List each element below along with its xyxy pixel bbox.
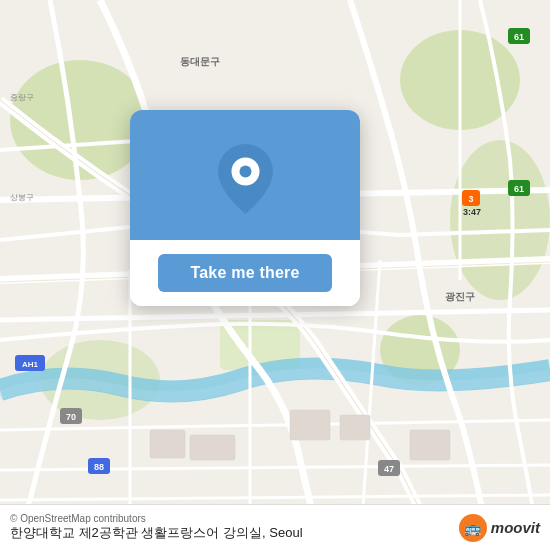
svg-text:AH1: AH1 <box>22 360 39 369</box>
svg-text:61: 61 <box>514 184 524 194</box>
popup-bottom: Take me there <box>130 240 360 306</box>
moovit-brand-text: moovit <box>491 519 540 536</box>
svg-text:3:47: 3:47 <box>463 207 481 217</box>
popup-top <box>130 110 360 240</box>
svg-text:88: 88 <box>94 462 104 472</box>
svg-text:61: 61 <box>514 32 524 42</box>
svg-text:동대문구: 동대문구 <box>180 56 220 67</box>
popup-card: Take me there <box>130 110 360 306</box>
svg-rect-42 <box>150 430 185 458</box>
svg-text:70: 70 <box>66 412 76 422</box>
bottom-bar: © OpenStreetMap contributors 한양대학교 제2공학관… <box>0 504 550 550</box>
svg-rect-44 <box>410 430 450 460</box>
moovit-bus-icon: 🚌 <box>459 514 487 542</box>
bottom-left: © OpenStreetMap contributors 한양대학교 제2공학관… <box>10 513 303 542</box>
svg-rect-43 <box>190 435 235 460</box>
svg-text:47: 47 <box>384 464 394 474</box>
moovit-logo: 🚌 moovit <box>459 514 540 542</box>
map-container: AH1 61 61 3 47 88 70 3:47 동대문구 광진구 성동구 <box>0 0 550 550</box>
svg-point-48 <box>239 166 251 178</box>
svg-rect-41 <box>340 415 370 440</box>
location-pin-icon <box>215 144 275 214</box>
svg-text:중랑구: 중랑구 <box>10 93 34 102</box>
take-me-there-button[interactable]: Take me there <box>158 254 331 292</box>
svg-rect-40 <box>290 410 330 440</box>
svg-text:광진구: 광진구 <box>445 291 475 302</box>
svg-text:상봉구: 상봉구 <box>10 193 34 202</box>
osm-credit: © OpenStreetMap contributors <box>10 513 303 524</box>
location-name: 한양대학교 제2공학관 생활프랑스어 강의실, Seoul <box>10 524 303 542</box>
svg-point-3 <box>450 140 550 300</box>
svg-text:3: 3 <box>468 194 473 204</box>
